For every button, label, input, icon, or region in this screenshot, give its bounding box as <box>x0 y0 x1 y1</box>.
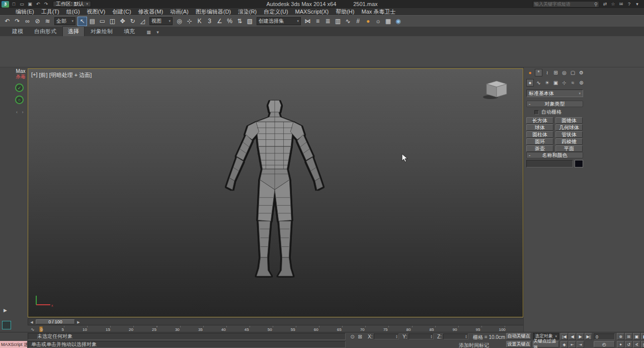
select-and-rotate-icon[interactable]: ↻ <box>128 17 137 26</box>
maximize-viewport-toggle-icon[interactable]: ◱ <box>641 341 644 348</box>
menu-tools[interactable]: 工具(T) <box>38 8 63 16</box>
unlink-selection-icon[interactable]: ⊘ <box>33 17 42 26</box>
isolate-selection-toggle-icon[interactable]: ⊙ <box>349 333 356 340</box>
space-warps-category-icon[interactable]: ≈ <box>569 79 577 86</box>
rectangular-selection-region-icon[interactable]: ▭ <box>98 17 107 26</box>
go-to-end-icon[interactable]: ▶| <box>585 333 592 340</box>
zoom-icon[interactable]: ⊕ <box>617 333 624 340</box>
select-and-move-icon[interactable]: ✥ <box>118 17 127 26</box>
y-coordinate-field[interactable]: ▲▼ <box>409 333 434 339</box>
ribbon-tab-selection[interactable]: 选择 <box>62 26 85 36</box>
edit-named-selection-sets-icon[interactable]: ▧ <box>245 17 255 26</box>
helpers-category-icon[interactable]: ⊹ <box>560 79 568 86</box>
previous-key-icon[interactable]: ⇤ <box>569 341 576 348</box>
object-type-rollout-header[interactable]: - 对象类型 <box>526 101 583 107</box>
box-button[interactable]: 长方体 <box>526 117 553 124</box>
zoom-all-icon[interactable]: ⊞ <box>625 333 632 340</box>
panel-expand-arrow-icon[interactable]: ▶ <box>4 308 7 313</box>
redo-icon[interactable]: ↷ <box>13 17 22 26</box>
search-icon[interactable]: ⚲ <box>594 2 598 7</box>
lights-category-icon[interactable]: ☀ <box>543 79 551 86</box>
snap-toggle-3d-icon[interactable]: 3 <box>205 17 214 26</box>
spinner-snap-icon[interactable]: ⇅ <box>235 17 245 26</box>
display-tab-icon[interactable]: ▢ <box>569 69 577 76</box>
selection-filter-dropdown[interactable]: 全部▾ <box>54 17 75 25</box>
ribbon-tab-freeform[interactable]: 自由形式 <box>29 27 61 36</box>
current-frame-field[interactable] <box>594 333 615 340</box>
key-mode-toggle-icon[interactable]: ◈ <box>560 341 568 348</box>
save-file-icon[interactable]: ▣ <box>26 1 34 8</box>
modify-tab-icon[interactable]: ≀ <box>543 69 551 76</box>
auto-key-button[interactable]: 自动关键点 <box>506 333 531 339</box>
use-pivot-point-center-icon[interactable]: ◎ <box>175 17 184 26</box>
material-editor-icon[interactable]: ● <box>363 17 373 26</box>
utilities-tab-icon[interactable]: ⚙ <box>578 69 585 76</box>
play-animation-icon[interactable]: ▶ <box>577 333 584 340</box>
open-file-icon[interactable]: ▭ <box>18 1 26 8</box>
communication-center-icon[interactable]: ✉ <box>617 1 625 8</box>
bind-to-space-warp-icon[interactable]: ≋ <box>43 17 52 26</box>
rendered-frame-window-icon[interactable]: ▦ <box>383 17 393 26</box>
front-viewport[interactable]: [+] [前] [明暗处理 + 边面] <box>28 68 523 317</box>
pan-view-icon[interactable]: ✦ <box>617 341 624 348</box>
keyboard-shortcut-override-icon[interactable]: K <box>195 17 204 26</box>
selection-lock-toggle-icon[interactable]: ⊠ <box>357 333 363 340</box>
menu-maxscript[interactable]: MAXScript(X) <box>292 9 333 15</box>
menu-create[interactable]: 创建(C) <box>109 8 134 16</box>
select-and-manipulate-icon[interactable]: ⊹ <box>185 17 194 26</box>
undo-scene-icon[interactable]: ↶ <box>34 1 42 8</box>
antivirus-protect-icon[interactable]: ○ <box>15 96 24 104</box>
next-key-icon[interactable]: ⇥ <box>577 341 584 348</box>
shapes-category-icon[interactable]: ∿ <box>535 79 542 86</box>
viewport-shading-menu[interactable]: [明暗处理 + 边面] <box>49 71 92 79</box>
systems-category-icon[interactable]: ⊛ <box>578 79 585 86</box>
menu-views[interactable]: 视图(V) <box>84 8 109 16</box>
name-color-rollout-header[interactable]: - 名称和颜色 <box>526 152 583 158</box>
torus-button[interactable]: 圆环 <box>526 138 553 145</box>
ribbon-config-icon[interactable]: ▦ <box>145 29 152 35</box>
command-panel-menu-icon[interactable]: ● <box>526 69 534 76</box>
pyramid-button[interactable]: 四棱锥 <box>555 138 583 145</box>
application-menu-icon[interactable]: 3 <box>2 1 9 8</box>
select-and-link-icon[interactable]: ∞ <box>23 17 32 26</box>
select-object-icon[interactable]: ↖ <box>77 17 87 26</box>
ribbon-tab-modeling[interactable]: 建模 <box>7 27 28 36</box>
human-mesh-model[interactable] <box>212 82 338 303</box>
go-to-start-icon[interactable]: |◀ <box>560 333 568 340</box>
time-slider-next-icon[interactable]: ▶ <box>76 320 81 324</box>
menu-rendering[interactable]: 渲染(R) <box>234 8 260 16</box>
spinner-arrows-icon[interactable]: ▲▼ <box>430 334 433 338</box>
geometry-category-icon[interactable]: ● <box>526 79 534 86</box>
reference-coordinate-dropdown[interactable]: 视图▾ <box>149 17 173 25</box>
ribbon-tab-object-paint[interactable]: 对象绘制 <box>86 27 118 36</box>
antivirus-scan-icon[interactable]: ✓ <box>15 83 24 92</box>
spinner-arrows-icon[interactable]: ▲▼ <box>395 334 398 338</box>
cylinder-button[interactable]: 圆柱体 <box>526 131 553 138</box>
orbit-icon[interactable]: ↺ <box>625 341 632 348</box>
workspace-dropdown[interactable]: 工作区: 默认 ▾ <box>53 1 91 7</box>
zoom-region-icon[interactable]: ◧ <box>641 333 644 340</box>
menu-graph-editors[interactable]: 图形编辑器(D) <box>192 8 234 16</box>
graphite-ribbon-toggle-icon[interactable]: ▥ <box>333 17 343 26</box>
menu-group[interactable]: 组(G) <box>63 8 84 16</box>
object-color-swatch[interactable] <box>575 160 583 167</box>
cone-button[interactable]: 圆锥体 <box>555 117 583 124</box>
window-crossing-toggle-icon[interactable]: ◫ <box>108 17 117 26</box>
align-icon[interactable]: ≡ <box>313 17 323 26</box>
spinner-arrows-icon[interactable]: ▲▼ <box>465 334 468 338</box>
ribbon-minimize-icon[interactable]: ▾ <box>154 29 162 35</box>
undo-icon[interactable]: ↶ <box>3 17 12 26</box>
autogrid-checkbox[interactable] <box>534 110 539 115</box>
viewport-pov-menu[interactable]: [前] <box>39 71 48 79</box>
add-time-tag[interactable]: 添加时间标记 <box>459 342 489 348</box>
object-name-field[interactable] <box>526 160 573 167</box>
plane-button[interactable]: 平面 <box>555 145 583 152</box>
geosphere-button[interactable]: 几何球体 <box>555 124 583 131</box>
render-production-icon[interactable]: ◉ <box>393 17 403 26</box>
object-class-dropdown[interactable]: 标准基本体▾ <box>526 90 583 97</box>
time-configuration-icon[interactable]: ◴ <box>594 341 615 347</box>
menu-modifiers[interactable]: 修改器(M) <box>135 8 167 16</box>
x-coordinate-field[interactable]: ▲▼ <box>374 333 399 339</box>
percent-snap-icon[interactable]: % <box>225 17 234 26</box>
minimized-window-icon[interactable] <box>2 321 11 329</box>
